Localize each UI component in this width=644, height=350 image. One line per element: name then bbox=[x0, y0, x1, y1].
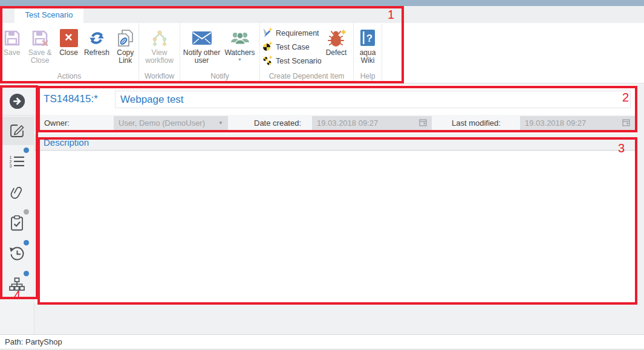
create-test-scenario-label: Test Scenario bbox=[276, 57, 322, 65]
calendar-icon bbox=[622, 118, 630, 128]
envelope-icon bbox=[192, 27, 212, 49]
view-workflow-button[interactable]: View workflow bbox=[141, 27, 178, 66]
aqua-wiki-label: aqua Wiki bbox=[356, 49, 380, 65]
owner-label: Owner: bbox=[44, 118, 70, 128]
owner-dropdown-caret-icon: ▼ bbox=[218, 120, 223, 126]
description-title: Description bbox=[44, 137, 89, 147]
watchers-dropdown-caret-icon[interactable]: ▼ bbox=[238, 57, 242, 62]
close-icon: × bbox=[60, 27, 78, 49]
paperclip-icon bbox=[8, 184, 25, 204]
close-label: Close bbox=[59, 49, 78, 57]
sidebar-item-dependencies[interactable] bbox=[0, 272, 34, 300]
window-top-bar bbox=[0, 0, 644, 6]
refresh-label: Refresh bbox=[84, 49, 109, 57]
numbered-list-icon: 123 bbox=[8, 153, 25, 172]
group-label-help: Help bbox=[354, 72, 382, 80]
notify-other-user-label: Notify other user bbox=[183, 49, 221, 65]
sidebar-item-attachments[interactable] bbox=[0, 180, 34, 208]
group-label-create-dependent-item: Create Dependent Item bbox=[260, 72, 353, 80]
close-button[interactable]: × Close bbox=[56, 27, 81, 57]
ribbon-group-notify: Notify other user bbox=[180, 23, 260, 83]
group-label-notify: Notify bbox=[180, 72, 259, 80]
last-modified-value: 19.03.2018 09:27 bbox=[525, 118, 622, 128]
save-label: Save bbox=[4, 49, 20, 57]
test-case-icon bbox=[262, 41, 273, 53]
title-input[interactable] bbox=[115, 91, 631, 108]
svg-text:?: ? bbox=[366, 33, 372, 44]
last-modified-field[interactable]: 19.03.2018 09:27 bbox=[520, 116, 635, 130]
wiki-book-icon: ? bbox=[359, 27, 376, 49]
create-test-scenario-button[interactable]: Test Scenario bbox=[262, 55, 322, 66]
test-scenario-icon bbox=[262, 55, 273, 67]
date-created-value: 19.03.2018 09:27 bbox=[317, 118, 419, 128]
sidebar-item-history[interactable] bbox=[0, 241, 34, 268]
create-requirement-button[interactable]: Requirement bbox=[262, 27, 322, 39]
save-and-close-button[interactable]: Save & Close bbox=[25, 27, 54, 66]
sidebar-item-edit[interactable] bbox=[0, 117, 34, 145]
requirement-icon bbox=[262, 27, 273, 39]
watchers-button[interactable]: Watchers ▼ bbox=[223, 27, 258, 63]
refresh-button[interactable]: Refresh bbox=[82, 27, 111, 57]
sidebar-item-checklist[interactable] bbox=[0, 210, 34, 238]
tab-test-scenario[interactable]: Test Scenario bbox=[15, 6, 83, 23]
owner-value: User, Demo (DemoUser) bbox=[119, 118, 218, 128]
ribbon-group-help: ? aqua Wiki Help bbox=[354, 23, 382, 83]
create-requirement-label: Requirement bbox=[276, 29, 319, 37]
svg-text:3: 3 bbox=[10, 164, 12, 168]
sidebar-item-steps[interactable]: 123 bbox=[0, 149, 34, 177]
view-workflow-label: View workflow bbox=[141, 49, 178, 65]
defect-bug-icon bbox=[325, 27, 347, 49]
workflow-icon bbox=[150, 27, 169, 49]
description-editor[interactable] bbox=[34, 151, 637, 303]
app-window: Test Scenario Save bbox=[0, 0, 644, 350]
copy-link-button[interactable]: Copy Link bbox=[112, 27, 138, 66]
clipboard-check-icon bbox=[8, 215, 25, 234]
arrow-right-circle-icon bbox=[8, 92, 26, 112]
date-created-field[interactable]: 19.03.2018 09:27 bbox=[312, 116, 432, 130]
ribbon: Save Save & Close bbox=[0, 23, 644, 83]
item-id: TS148415:* bbox=[44, 93, 98, 105]
status-bar: Path: PartyShop bbox=[0, 334, 644, 349]
group-label-workflow: Workflow bbox=[139, 72, 180, 80]
svg-text:1: 1 bbox=[10, 155, 12, 160]
ribbon-group-workflow: View workflow Workflow bbox=[139, 23, 180, 83]
edit-icon bbox=[8, 122, 25, 141]
watchers-icon bbox=[230, 27, 250, 49]
owner-dropdown[interactable]: User, Demo (DemoUser) ▼ bbox=[114, 116, 228, 130]
description-header: Description bbox=[34, 134, 637, 151]
svg-text:2: 2 bbox=[10, 160, 12, 164]
save-and-close-label: Save & Close bbox=[25, 49, 54, 65]
save-button[interactable]: Save bbox=[0, 27, 24, 57]
calendar-icon bbox=[419, 118, 427, 128]
sidebar-collapse-button[interactable] bbox=[0, 88, 34, 116]
create-defect-label: Defect bbox=[326, 49, 347, 57]
create-test-case-label: Test Case bbox=[276, 43, 310, 51]
sidebar: 123 bbox=[0, 85, 34, 334]
ribbon-group-actions: Save Save & Close bbox=[0, 23, 139, 83]
group-label-actions: Actions bbox=[0, 72, 138, 80]
watchers-label: Watchers bbox=[224, 49, 255, 57]
ribbon-tab-row: Test Scenario bbox=[0, 6, 644, 23]
fields-row: Owner: User, Demo (DemoUser) ▼ Date crea… bbox=[34, 115, 637, 132]
date-created-label: Date created: bbox=[254, 118, 301, 128]
save-icon bbox=[3, 27, 21, 49]
hierarchy-icon bbox=[8, 276, 25, 296]
ribbon-group-create-dependent-item: Requirement Test Case bbox=[260, 23, 354, 83]
sidebar-divider bbox=[0, 115, 34, 115]
path-text: Path: PartyShop bbox=[5, 337, 62, 346]
copy-link-label: Copy Link bbox=[113, 49, 138, 65]
history-icon bbox=[8, 245, 25, 264]
aqua-wiki-button[interactable]: ? aqua Wiki bbox=[355, 27, 380, 66]
last-modified-label: Last modified: bbox=[452, 118, 501, 128]
save-and-close-icon bbox=[31, 27, 49, 49]
notify-other-user-button[interactable]: Notify other user bbox=[183, 27, 221, 66]
create-defect-button[interactable]: Defect bbox=[320, 27, 352, 57]
refresh-icon bbox=[88, 27, 106, 49]
create-test-case-button[interactable]: Test Case bbox=[262, 41, 322, 53]
copy-link-icon bbox=[116, 27, 134, 49]
